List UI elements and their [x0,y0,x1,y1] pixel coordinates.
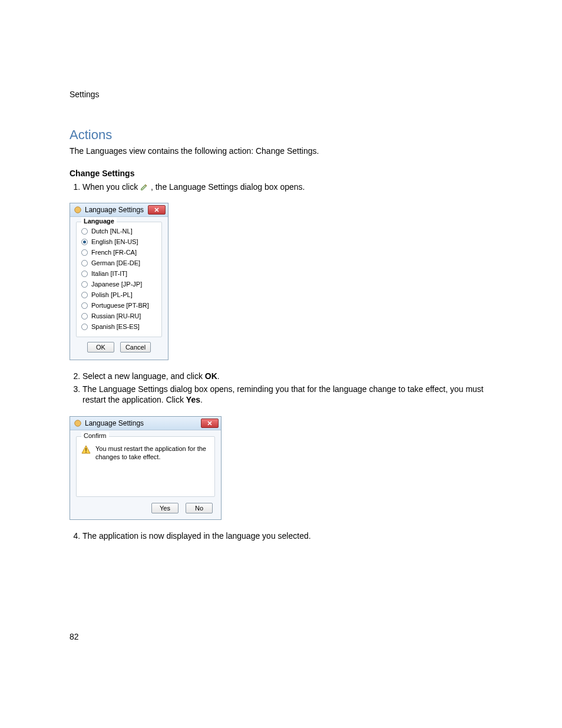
step-2: Select a new language, and click OK. [82,371,492,381]
no-button[interactable]: No [186,503,213,513]
confirm-fieldset: Confirm You must restart the application… [76,436,215,498]
step-3-bold: Yes [186,395,200,404]
radio-icon [81,228,88,235]
radio-label: Polish [PL-PL] [91,291,133,298]
svg-point-1 [75,420,81,427]
app-icon [74,419,82,427]
step-2-pre: Select a new language, and click [82,371,205,381]
radio-icon [81,260,88,266]
edit-icon [140,183,148,191]
confirm-message: You must restart the application for the… [95,445,210,462]
close-icon[interactable] [201,419,219,428]
radio-icon [81,239,88,245]
confirm-dialog: Language Settings Confirm You must resta… [70,416,222,521]
cancel-button[interactable]: Cancel [120,342,151,353]
actions-heading: Actions [70,127,492,143]
radio-icon [81,281,88,288]
step-1-text-pre: When you click [82,182,140,192]
ok-button[interactable]: OK [87,342,114,353]
radio-icon [81,324,88,330]
step-4: The application is now displayed in the … [82,531,492,541]
app-icon [74,206,82,214]
svg-rect-3 [85,452,87,453]
step-3-pre: The Language Settings dialog box opens, … [82,384,484,404]
step-2-bold: OK [205,371,217,381]
language-settings-dialog: Language Settings Language Dutch [NL-NL]… [70,203,168,360]
confirm-legend: Confirm [81,432,109,439]
svg-rect-2 [85,448,87,451]
page-number: 82 [70,632,79,641]
radio-label: Japanese [JP-JP] [91,281,142,288]
radio-option[interactable]: Dutch [NL-NL] [80,226,158,236]
radio-option[interactable]: French [FR-CA] [80,247,158,258]
radio-label: Russian [RU-RU] [91,312,141,319]
radio-option[interactable]: Portuguese [PT-BR] [80,300,158,311]
radio-icon [81,249,88,256]
dialog2-titlebar: Language Settings [70,417,221,430]
radio-option[interactable]: German [DE-DE] [80,258,158,268]
radio-label: Dutch [NL-NL] [91,228,133,235]
svg-point-0 [75,207,81,213]
dialog2-title: Language Settings [85,419,198,427]
change-settings-subheading: Change Settings [70,169,492,178]
step-3: The Language Settings dialog box opens, … [82,384,492,406]
radio-icon [81,302,88,309]
radio-label: Portuguese [PT-BR] [91,302,149,309]
warning-icon [81,445,91,454]
dialog1-title: Language Settings [85,206,145,214]
yes-button[interactable]: Yes [151,503,178,513]
close-icon[interactable] [148,205,166,215]
step-1: When you click , the Language Settings d… [82,182,492,192]
radio-icon [81,271,88,277]
radio-icon [81,313,88,319]
language-legend: Language [81,218,117,225]
radio-icon [81,292,88,298]
step-1-text-post: , the Language Settings dialog box opens… [151,182,305,192]
radio-option[interactable]: Russian [RU-RU] [80,311,158,321]
radio-option[interactable]: English [EN-US] [80,236,158,247]
radio-option[interactable]: Italian [IT-IT] [80,268,158,279]
radio-label: English [EN-US] [91,238,138,245]
step-2-post: . [217,371,220,381]
step-3-post: . [200,395,203,404]
radio-option[interactable]: Polish [PL-PL] [80,289,158,300]
radio-option[interactable]: Japanese [JP-JP] [80,279,158,289]
radio-label: Italian [IT-IT] [91,270,127,277]
radio-option[interactable]: Spanish [ES-ES] [80,321,158,332]
radio-label: Spanish [ES-ES] [91,323,140,330]
dialog1-titlebar: Language Settings [70,203,168,217]
language-fieldset: Language Dutch [NL-NL]English [EN-US]Fre… [76,222,162,337]
radio-label: German [DE-DE] [91,259,140,266]
page-header: Settings [70,90,492,99]
radio-label: French [FR-CA] [91,249,137,256]
intro-text: The Languages view contains the followin… [70,146,492,156]
